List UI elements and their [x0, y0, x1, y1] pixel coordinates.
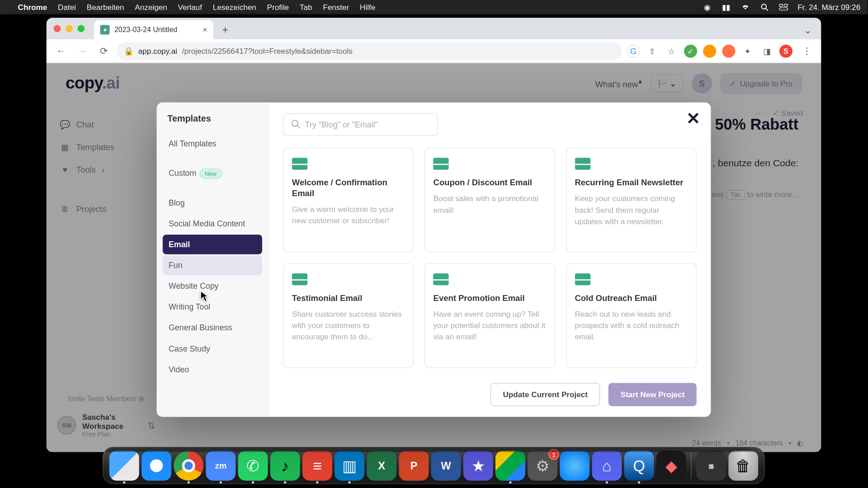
- category-social-media-content[interactable]: Social Media Content: [163, 214, 262, 233]
- url-path: /projects/22566417?tool=Freestyle&sideba…: [182, 47, 353, 56]
- template-card[interactable]: Event Promotion EmailHave an event comin…: [425, 263, 555, 368]
- menu-hilfe[interactable]: Hilfe: [360, 3, 375, 12]
- update-project-button[interactable]: Update Current Project: [491, 383, 600, 406]
- sidepanel-icon[interactable]: ◨: [760, 44, 774, 57]
- dock-trash[interactable]: 🗑: [728, 451, 758, 481]
- dock-app[interactable]: [560, 451, 590, 481]
- forward-button[interactable]: →: [74, 42, 90, 59]
- card-desc: Reach out to new leads and prospects wit…: [575, 309, 688, 343]
- dock-audio[interactable]: ◆: [656, 451, 686, 481]
- tab-overflow-icon[interactable]: ⌄: [804, 24, 811, 36]
- window-controls: [54, 25, 85, 32]
- card-title: Recurring Email Newsletter: [575, 177, 688, 188]
- back-button[interactable]: ←: [52, 42, 69, 59]
- chrome-menu-icon[interactable]: ⋮: [798, 42, 815, 59]
- reload-button[interactable]: ⟳: [95, 42, 112, 59]
- template-card[interactable]: Coupon / Discount EmailBoost sales with …: [425, 148, 555, 253]
- dock-whatsapp[interactable]: ✆: [238, 451, 268, 481]
- menu-tab[interactable]: Tab: [300, 3, 312, 12]
- category-email[interactable]: Email: [163, 235, 262, 254]
- svg-line-1: [765, 8, 768, 10]
- template-card[interactable]: Cold Outreach EmailReach out to new lead…: [566, 263, 697, 368]
- bookmark-icon[interactable]: ☆: [665, 44, 678, 57]
- dock-spotify[interactable]: ♪: [270, 451, 300, 481]
- menu-verlauf[interactable]: Verlauf: [178, 3, 202, 12]
- menu-anzeigen[interactable]: Anzeigen: [135, 3, 167, 12]
- macos-menubar: Chrome Datei Bearbeiten Anzeigen Verlauf…: [0, 0, 868, 14]
- extension-icon[interactable]: [703, 44, 716, 57]
- address-bar[interactable]: 🔒 app.copy.ai/projects/22566417?tool=Fre…: [117, 42, 622, 60]
- browser-tab[interactable]: ✦ 2023-03-24 Untitled ×: [94, 20, 213, 39]
- dock-todoist[interactable]: ≡: [302, 451, 332, 481]
- maximize-window-button[interactable]: [77, 25, 85, 32]
- menubar-clock[interactable]: Fr. 24. März 09:26: [797, 3, 860, 12]
- dock-quicktime[interactable]: Q: [624, 451, 654, 481]
- battery-icon[interactable]: ▮▮: [721, 2, 731, 12]
- minimize-window-button[interactable]: [66, 25, 73, 32]
- category-all-templates[interactable]: All Templates: [163, 134, 262, 154]
- dock-word[interactable]: W: [431, 451, 461, 481]
- start-new-project-button[interactable]: Start New Project: [609, 383, 697, 406]
- dock-excel[interactable]: X: [367, 451, 396, 481]
- template-search[interactable]: [283, 113, 438, 136]
- category-blog[interactable]: Blog: [163, 193, 262, 212]
- record-icon[interactable]: ◉: [702, 2, 712, 12]
- spotlight-icon[interactable]: [760, 2, 769, 12]
- extension-icon[interactable]: ✓: [684, 44, 697, 57]
- dock-chrome[interactable]: [174, 451, 203, 481]
- menu-lesezeichen[interactable]: Lesezeichen: [213, 3, 256, 12]
- template-card[interactable]: Welcome / Confirmation EmailGive a warm …: [283, 148, 414, 253]
- profile-avatar[interactable]: S: [779, 44, 793, 57]
- category-writing-tool[interactable]: Writing Tool: [163, 297, 262, 317]
- category-case-study[interactable]: Case Study: [163, 339, 262, 358]
- card-title: Welcome / Confirmation Email: [292, 177, 405, 198]
- svg-line-6: [297, 125, 300, 127]
- card-desc: Have an event coming up? Tell your poten…: [434, 309, 547, 343]
- translate-icon[interactable]: G: [627, 44, 640, 57]
- dock-trello[interactable]: ▥: [335, 451, 364, 481]
- svg-point-0: [761, 4, 766, 9]
- category-video[interactable]: Video: [163, 360, 262, 379]
- card-title: Event Promotion Email: [434, 292, 547, 303]
- search-input[interactable]: [305, 120, 430, 129]
- template-card[interactable]: Testimonial EmailShare customer success …: [283, 263, 414, 368]
- category-website-copy[interactable]: Website Copy: [163, 277, 262, 296]
- mail-icon: [434, 158, 449, 169]
- dock-discord[interactable]: ⌂: [592, 451, 622, 481]
- menu-bearbeiten[interactable]: Bearbeiten: [87, 3, 124, 12]
- card-desc: Boost sales with a promotional email!: [434, 194, 547, 216]
- menu-fenster[interactable]: Fenster: [323, 3, 349, 12]
- dock-finder[interactable]: [109, 451, 139, 481]
- dock-drive[interactable]: [495, 451, 525, 481]
- tab-strip: ✦ 2023-03-24 Untitled × + ⌄: [47, 18, 821, 39]
- modal-main: ✕ Welcome / Confirmation EmailGive a war…: [269, 103, 711, 417]
- dock-parallels[interactable]: ▦: [696, 451, 726, 481]
- menu-datei[interactable]: Datei: [58, 3, 76, 12]
- dock-settings[interactable]: ⚙1: [528, 451, 557, 481]
- share-icon[interactable]: ⇧: [646, 44, 659, 57]
- new-tab-button[interactable]: +: [217, 21, 234, 38]
- category-general-business[interactable]: General Business: [163, 318, 262, 338]
- menubar-app-name[interactable]: Chrome: [18, 3, 47, 12]
- tab-favicon-icon: ✦: [100, 25, 109, 34]
- control-center-icon[interactable]: [778, 2, 788, 12]
- card-desc: Share customer success stories with your…: [292, 309, 405, 343]
- template-card[interactable]: Recurring Email NewsletterKeep your cust…: [566, 148, 697, 253]
- extension-icon[interactable]: [722, 44, 735, 57]
- svg-rect-3: [784, 4, 788, 6]
- wifi-icon[interactable]: [741, 2, 750, 12]
- dock-imovie[interactable]: ★: [463, 451, 493, 481]
- category-fun[interactable]: Fun: [163, 255, 262, 275]
- extensions-menu-icon[interactable]: ✦: [741, 44, 755, 57]
- lock-icon: 🔒: [124, 47, 133, 56]
- close-tab-icon[interactable]: ×: [203, 25, 208, 34]
- dock-zoom[interactable]: zm: [206, 451, 236, 481]
- dock-safari[interactable]: [142, 451, 171, 481]
- menu-profile[interactable]: Profile: [267, 3, 289, 12]
- mail-icon: [292, 158, 307, 169]
- dock-powerpoint[interactable]: P: [399, 451, 429, 481]
- mail-icon: [575, 273, 590, 285]
- close-window-button[interactable]: [54, 25, 61, 32]
- close-modal-button[interactable]: ✕: [686, 111, 700, 127]
- category-custom[interactable]: CustomNew: [163, 163, 262, 183]
